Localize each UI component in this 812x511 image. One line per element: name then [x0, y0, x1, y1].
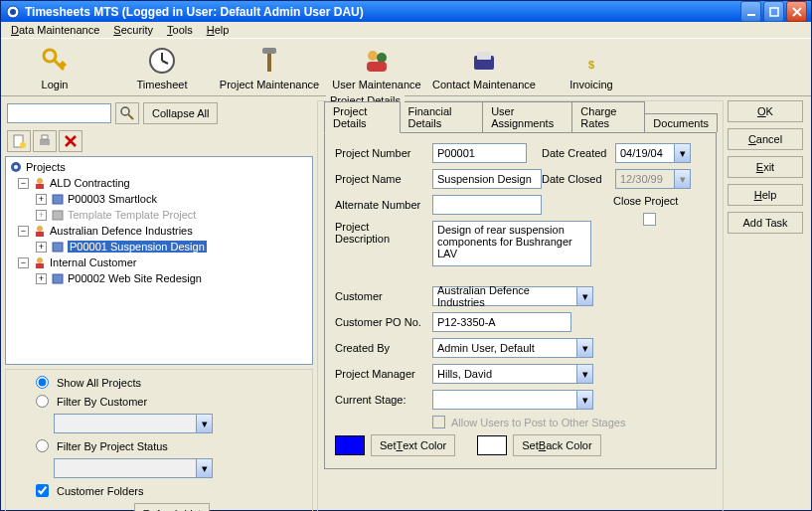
- dollar-icon: $: [575, 45, 607, 77]
- toolbar-project-maintenance[interactable]: Project Maintenance: [216, 41, 323, 94]
- toolbar-login-label: Login: [42, 79, 69, 90]
- chevron-down-icon: ▾: [576, 365, 592, 383]
- label-stage: Current Stage:: [335, 394, 426, 406]
- tab-project-details[interactable]: Project Details: [324, 101, 401, 133]
- toolbar-login[interactable]: Login: [1, 41, 108, 94]
- tree-project-template[interactable]: + Template Template Project: [8, 207, 310, 223]
- toolbar-timesheet[interactable]: Timesheet: [108, 41, 216, 94]
- expand-icon[interactable]: +: [36, 194, 47, 205]
- created-by-combo[interactable]: Admin User, Default▾: [432, 338, 593, 358]
- label-allow-post: Allow Users to Post to Other Stages: [451, 417, 625, 428]
- svg-rect-30: [53, 274, 63, 283]
- print-button[interactable]: [33, 130, 57, 152]
- label-pm: Project Manager: [335, 368, 426, 380]
- radio-show-all[interactable]: Show All Projects: [36, 376, 308, 389]
- toolbar-invoicing-label: Invoicing: [569, 79, 612, 90]
- close-button[interactable]: [786, 1, 807, 22]
- exit-button[interactable]: Exit: [728, 156, 803, 178]
- set-back-color-button[interactable]: Set Back Color: [513, 434, 600, 456]
- label-close-project: Close Project: [613, 195, 678, 207]
- label-date-closed: Date Closed: [542, 173, 609, 185]
- refresh-list-button[interactable]: Refresh List: [134, 503, 211, 511]
- tree-node-adi[interactable]: − Australian Defence Industries: [8, 223, 310, 239]
- search-input[interactable]: [7, 103, 111, 123]
- tree-node-internal[interactable]: − Internal Customer: [8, 255, 310, 270]
- label-description: Project Description: [335, 221, 426, 245]
- set-text-color-button[interactable]: Set Text Color: [371, 434, 455, 456]
- tree-project-p00001[interactable]: + P00001 Suspension Design: [8, 239, 310, 255]
- content-area: Collapse All Projects − ALD Contracting: [1, 96, 811, 511]
- add-task-button[interactable]: Add Task: [728, 212, 803, 234]
- pm-combo[interactable]: Hills, David▾: [432, 364, 593, 384]
- menu-bar: Data Maintenance Security Tools Help: [1, 22, 811, 39]
- right-button-pane: OK Cancel Exit Help Add Task: [728, 100, 807, 511]
- filter-panel: Show All Projects Filter By Customer ▾ F…: [5, 369, 313, 511]
- svg-point-28: [37, 257, 43, 263]
- search-button[interactable]: [115, 102, 139, 124]
- menu-tools[interactable]: Tools: [161, 22, 199, 38]
- close-project-checkbox[interactable]: [643, 213, 656, 226]
- date-created-field[interactable]: 04/19/04▾: [615, 143, 691, 163]
- tree-root[interactable]: Projects: [8, 159, 310, 175]
- tab-rates[interactable]: Charge Rates: [571, 101, 645, 132]
- tab-financial[interactable]: Financial Details: [400, 101, 484, 132]
- svg-point-20: [14, 165, 18, 169]
- left-pane: Collapse All Projects − ALD Contracting: [5, 100, 313, 511]
- alternate-number-field[interactable]: [432, 195, 542, 215]
- project-name-field[interactable]: [432, 169, 542, 189]
- svg-rect-10: [367, 62, 387, 72]
- svg-point-9: [377, 53, 387, 63]
- customer-combo[interactable]: Australian Defence Industries▾: [432, 286, 593, 306]
- filter-customer-combo[interactable]: ▾: [54, 414, 213, 433]
- collapse-icon[interactable]: −: [18, 257, 29, 268]
- project-tree[interactable]: Projects − ALD Contracting + P00003 Smar…: [5, 156, 313, 365]
- maximize-button[interactable]: [763, 1, 784, 22]
- keys-icon: [39, 45, 71, 77]
- minimize-button[interactable]: [740, 1, 761, 22]
- tab-docs[interactable]: Documents: [644, 113, 718, 132]
- tree-project-p00002[interactable]: + P00002 Web Site Redesign: [8, 270, 310, 286]
- expand-icon[interactable]: +: [36, 210, 47, 221]
- expand-icon[interactable]: +: [36, 242, 47, 253]
- cancel-button[interactable]: Cancel: [728, 128, 803, 150]
- menu-security[interactable]: Security: [107, 22, 159, 38]
- radio-filter-customer[interactable]: Filter By Customer: [36, 395, 308, 408]
- tab-users[interactable]: User Assignments: [482, 101, 572, 132]
- filter-status-combo[interactable]: ▾: [54, 458, 213, 478]
- help-button[interactable]: Help: [728, 184, 803, 206]
- collapse-icon[interactable]: −: [18, 226, 29, 237]
- po-field[interactable]: [432, 312, 571, 332]
- project-number-field[interactable]: [432, 143, 527, 163]
- toolbar-contact-label: Contact Maintenance: [432, 79, 536, 90]
- tree-project-p00003[interactable]: + P00003 Smartlock: [8, 191, 310, 207]
- expand-icon[interactable]: +: [36, 273, 47, 284]
- menu-help[interactable]: Help: [201, 22, 236, 38]
- toolbar-contact-maintenance[interactable]: Contact Maintenance: [430, 41, 538, 94]
- svg-rect-24: [53, 211, 63, 220]
- toolbar-project-label: Project Maintenance: [220, 79, 319, 90]
- collapse-all-button[interactable]: Collapse All: [143, 102, 218, 124]
- text-color-swatch: [335, 435, 365, 455]
- tree-node-ald[interactable]: − ALD Contracting: [8, 175, 310, 191]
- gear-icon: [9, 160, 23, 174]
- main-toolbar: Login Timesheet Project Maintenance User…: [1, 39, 811, 96]
- label-alternate-number: Alternate Number: [335, 199, 426, 211]
- toolbar-user-maintenance[interactable]: User Maintenance: [323, 41, 430, 94]
- menu-data-maintenance[interactable]: Data Maintenance: [5, 22, 105, 38]
- radio-filter-status[interactable]: Filter By Project Status: [36, 439, 308, 452]
- ok-button[interactable]: OK: [728, 100, 803, 122]
- toolbar-timesheet-label: Timesheet: [137, 79, 188, 90]
- label-customer: Customer: [335, 290, 426, 302]
- check-customer-folders[interactable]: Customer Folders: [36, 484, 308, 497]
- collapse-icon[interactable]: −: [18, 178, 29, 189]
- delete-button[interactable]: [59, 130, 82, 152]
- new-button[interactable]: [7, 130, 31, 152]
- chevron-down-icon: ▾: [576, 391, 592, 409]
- stage-combo[interactable]: ▾: [432, 390, 593, 410]
- date-closed-field: 12/30/99▾: [615, 169, 691, 189]
- new-doc-icon: [12, 134, 26, 148]
- description-field[interactable]: [432, 221, 591, 266]
- toolbar-invoicing[interactable]: $ Invoicing: [538, 41, 645, 94]
- project-icon: [51, 240, 65, 254]
- svg-rect-29: [36, 263, 44, 268]
